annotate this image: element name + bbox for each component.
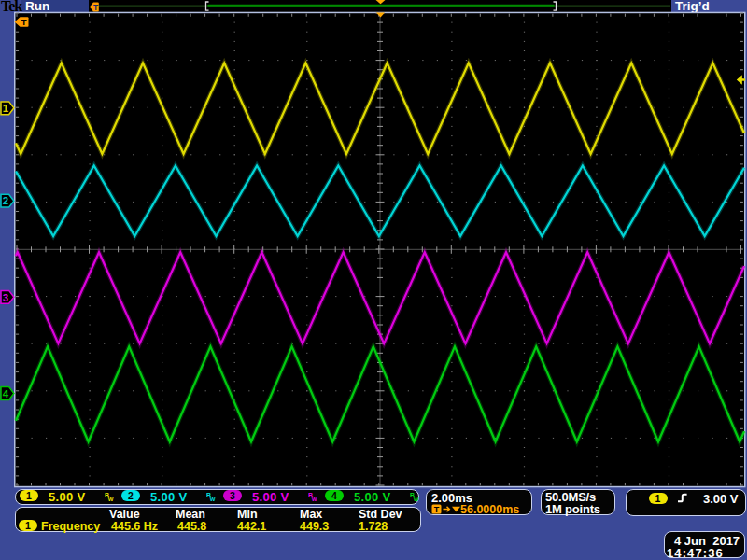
svg-text:1: 1	[3, 103, 9, 114]
svg-text:4: 4	[3, 388, 9, 399]
svg-text:3: 3	[3, 292, 8, 303]
svg-text:T: T	[434, 505, 440, 514]
svg-text:2: 2	[3, 195, 8, 206]
svg-text:T: T	[21, 17, 27, 27]
svg-text:W: W	[210, 497, 216, 502]
svg-text:W: W	[312, 497, 317, 502]
svg-text:W: W	[108, 497, 114, 502]
svg-text:W: W	[414, 497, 419, 502]
